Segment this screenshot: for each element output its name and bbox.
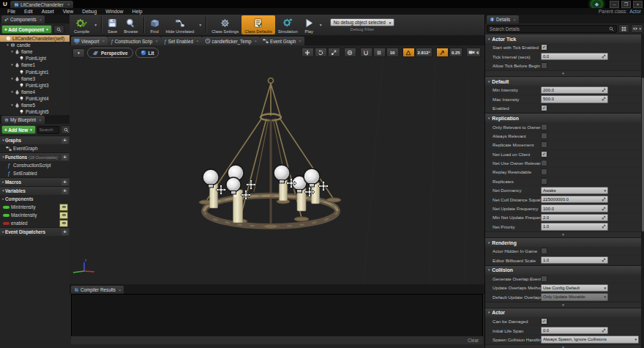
tree-item-pointlight[interactable]: PointLight <box>0 55 70 62</box>
scale-snap-value[interactable]: 0.25 <box>449 48 463 57</box>
header-graphs[interactable]: ▼Graphs+ <box>0 136 70 144</box>
details-search-input[interactable]: Search Details <box>487 25 617 33</box>
number-field[interactable]: 0.0 <box>541 327 608 335</box>
item-eventgraph[interactable]: EventGraph <box>0 144 70 152</box>
tree-item-flame[interactable]: ▼flame <box>0 48 70 55</box>
close-icon[interactable]: × <box>196 39 199 43</box>
number-field[interactable]: 100.0 <box>541 204 608 212</box>
number-field[interactable]: 200.0 <box>541 86 608 95</box>
blueprint-search-input[interactable] <box>37 126 59 134</box>
tab-viewport[interactable]: Viewport× <box>71 37 108 45</box>
var-maxintensity[interactable]: MaxIntensity <box>0 211 70 219</box>
tree-item-candle[interactable]: ▼candle <box>0 42 70 48</box>
rotation-snap-value[interactable]: 2.812° <box>416 48 433 57</box>
surface-snap-button[interactable] <box>360 48 372 57</box>
chevron-down-icon[interactable]: ▼ <box>318 15 324 35</box>
chevron-down-icon[interactable]: ▼ <box>197 15 203 35</box>
tree-item-pointlight1[interactable]: PointLight1 <box>0 68 70 75</box>
menu-edit[interactable]: Edit <box>20 9 37 14</box>
tab-my-blueprint[interactable]: My Blueprint × <box>1 116 45 124</box>
tab-details[interactable]: Details × <box>487 15 519 23</box>
section-expander[interactable]: ▼ <box>485 344 641 348</box>
dropdown[interactable]: Awake▾ <box>541 187 608 195</box>
checkbox[interactable]: ✓ <box>541 105 547 111</box>
add-icon[interactable]: + <box>61 138 68 144</box>
header-variables[interactable]: ▼Variables+ <box>0 186 70 195</box>
details-visibility-button[interactable]: ▼ <box>631 24 643 33</box>
tree-item-pointlight5[interactable]: PointLight5 <box>0 108 70 115</box>
checkbox[interactable] <box>541 178 547 185</box>
checkbox[interactable]: ✓ <box>541 44 547 51</box>
var-minintensity[interactable]: MinIntensity <box>0 203 70 211</box>
checkbox[interactable] <box>541 133 547 139</box>
number-field[interactable]: 1.0 <box>541 223 608 231</box>
checkbox[interactable]: ✓ <box>541 318 547 325</box>
tree-item-flame3[interactable]: ▼flame3 <box>0 75 70 82</box>
menu-view[interactable]: View <box>59 9 78 14</box>
menu-help[interactable]: Help <box>128 9 147 14</box>
browse-button[interactable]: Browse <box>121 15 141 35</box>
add-icon[interactable]: + <box>61 179 68 185</box>
add-icon[interactable]: + <box>61 229 68 235</box>
number-field[interactable]: 2.0 <box>541 214 608 222</box>
close-button[interactable]: × <box>633 1 643 8</box>
camera-speed-button[interactable]: 4 <box>466 48 481 57</box>
minimize-button[interactable]: – <box>610 1 619 8</box>
tree-item-litcandlechandelier-self[interactable]: LitCandleChandelier(self) <box>0 35 70 42</box>
translate-tool-button[interactable] <box>302 48 314 57</box>
header-functions[interactable]: ▼Functions(18 Overridable)+ <box>0 152 70 161</box>
status-glow-icon[interactable]: ◆ <box>592 0 602 8</box>
variable-visibility-toggle[interactable] <box>59 204 68 211</box>
world-local-toggle-button[interactable] <box>344 48 356 57</box>
clear-button[interactable]: Clear <box>468 338 479 343</box>
close-tab-icon[interactable]: × <box>67 2 70 7</box>
number-field[interactable]: 500.0 <box>541 95 608 103</box>
checkbox[interactable] <box>541 275 547 282</box>
grid-snap-value[interactable]: 10 <box>386 48 399 57</box>
tab-compiler-results[interactable]: Compiler Results × <box>71 286 124 294</box>
dropdown[interactable]: Only Update Movable▾ <box>541 293 608 301</box>
checkbox[interactable] <box>541 62 547 69</box>
checkbox[interactable] <box>541 169 547 175</box>
subheader-components[interactable]: ▸Components <box>0 195 70 203</box>
tree-item-pointlight3[interactable]: PointLight3 <box>0 82 70 89</box>
tab-candleflicker-temp[interactable]: candleflicker_Temp× <box>202 37 260 45</box>
simulation-button[interactable]: Simulation <box>275 15 301 35</box>
checkbox[interactable]: ✓ <box>541 151 547 158</box>
compile-button[interactable]: Compile <box>71 15 92 35</box>
number-field[interactable]: 225000000.0 <box>541 196 608 204</box>
restore-button[interactable]: ❐ <box>621 1 631 8</box>
menu-asset[interactable]: Asset <box>37 9 59 14</box>
menu-file[interactable]: File <box>3 9 20 14</box>
number-field[interactable]: 1.0 <box>541 256 608 264</box>
checkbox[interactable] <box>541 160 547 166</box>
close-icon[interactable]: × <box>513 18 516 22</box>
tab-construction-scrip[interactable]: ƒConstruction Scrip× <box>108 37 161 45</box>
chevron-down-icon[interactable]: ▼ <box>92 15 99 35</box>
checkbox[interactable] <box>541 248 547 254</box>
document-tab[interactable]: LitCandleChandelier × <box>10 1 73 8</box>
save-button[interactable]: Save <box>104 15 121 35</box>
tree-item-flame4[interactable]: ▼flame4 <box>0 89 70 95</box>
play-button[interactable]: Play <box>301 15 318 35</box>
add-icon[interactable]: + <box>61 188 68 194</box>
grid-snap-button[interactable] <box>373 48 386 57</box>
section-expander[interactable]: ▼ <box>485 302 641 308</box>
section-header-actor-tick[interactable]: ▾Actor Tick <box>485 34 641 43</box>
section-header-actor[interactable]: ▾Actor <box>485 308 641 317</box>
component-search-button[interactable] <box>53 25 64 34</box>
variable-visibility-toggle[interactable] <box>59 212 68 219</box>
add-icon[interactable]: + <box>61 155 68 160</box>
number-field[interactable]: 0.0 <box>541 53 608 61</box>
scale-tool-button[interactable] <box>328 48 340 57</box>
close-icon[interactable]: × <box>119 288 121 292</box>
section-header-rendering[interactable]: ▾Rendering <box>485 237 641 247</box>
dropdown[interactable]: Always Spawn, Ignore Collisions▾ <box>541 336 639 344</box>
item-setenabled[interactable]: ƒSetEnabled <box>0 169 70 177</box>
debug-object-dropdown[interactable]: No debug object selected▾ <box>330 18 395 26</box>
details-scrollbar[interactable] <box>641 34 644 348</box>
viewport-canvas[interactable]: z ▼ Perspective Lit 10 <box>70 45 484 284</box>
find-button[interactable]: Find <box>146 15 163 35</box>
dropdown[interactable]: Use Config Default▾ <box>541 284 608 292</box>
class-defaults-button[interactable]: Class Defaults <box>242 15 274 34</box>
